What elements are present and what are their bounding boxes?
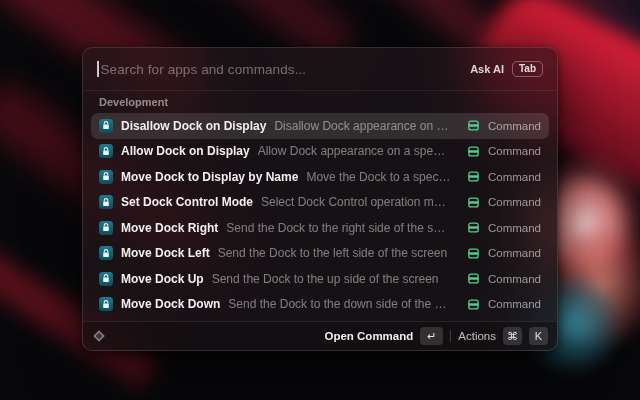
item-subtitle: Disallow Dock appearance on a specific d…: [274, 119, 451, 133]
search-bar: Search for apps and commands... Ask AI T…: [83, 48, 557, 91]
dock-lock-app-icon: [99, 246, 113, 260]
launcher-window: Search for apps and commands... Ask AI T…: [82, 47, 558, 351]
actions-label: Actions: [458, 330, 496, 342]
item-title: Disallow Dock on Display: [121, 119, 266, 133]
open-command-button[interactable]: Open Command ↵: [324, 327, 443, 345]
command-type-icon: [467, 298, 480, 311]
list-item[interactable]: Move Dock Down Send the Dock to the down…: [91, 292, 549, 318]
item-subtitle: Move the Dock to a specific display by N…: [306, 170, 451, 184]
list-item[interactable]: Disallow Dock on Display Disallow Dock a…: [91, 113, 549, 139]
dock-lock-app-icon: [99, 221, 113, 235]
ask-ai-button[interactable]: Ask AI: [470, 63, 504, 75]
open-command-label: Open Command: [324, 330, 413, 342]
item-subtitle: Select Dock Control operation mode: [261, 195, 451, 209]
item-subtitle: Send the Dock to the up side of the scre…: [212, 272, 439, 286]
item-type-label: Command: [488, 120, 541, 132]
command-type-icon: [467, 170, 480, 183]
command-type-icon: [467, 196, 480, 209]
action-bar: Open Command ↵ Actions ⌘ K: [83, 321, 557, 350]
search-input[interactable]: Search for apps and commands...: [101, 62, 307, 77]
item-subtitle: Send the Dock to the left side of the sc…: [218, 246, 447, 260]
list-item[interactable]: Set Dock Control Mode Select Dock Contro…: [91, 190, 549, 216]
actions-button[interactable]: Actions ⌘ K: [458, 327, 548, 345]
command-type-icon: [467, 247, 480, 260]
list-item[interactable]: Move Dock Right Send the Dock to the rig…: [91, 215, 549, 241]
return-keycap: ↵: [420, 327, 443, 345]
item-type-label: Command: [488, 298, 541, 310]
k-keycap: K: [529, 327, 548, 345]
item-title: Move Dock Down: [121, 297, 220, 311]
raycast-logo-icon: [92, 329, 106, 343]
item-type-label: Command: [488, 196, 541, 208]
item-title: Move Dock to Display by Name: [121, 170, 298, 184]
list-item[interactable]: Move Dock to Display by Name Move the Do…: [91, 164, 549, 190]
command-type-icon: [467, 119, 480, 132]
dock-lock-app-icon: [99, 119, 113, 133]
cmd-keycap: ⌘: [503, 327, 522, 345]
item-title: Set Dock Control Mode: [121, 195, 253, 209]
item-type-label: Command: [488, 171, 541, 183]
command-type-icon: [467, 145, 480, 158]
item-subtitle: Allow Dock appearance on a specific disp…: [258, 144, 451, 158]
dock-lock-app-icon: [99, 144, 113, 158]
text-caret: [97, 61, 99, 77]
section-header-development: Development: [99, 96, 549, 109]
item-title: Move Dock Up: [121, 272, 204, 286]
tab-keycap: Tab: [512, 61, 543, 78]
list-item[interactable]: Move Dock Up Send the Dock to the up sid…: [91, 266, 549, 292]
dock-lock-app-icon: [99, 195, 113, 209]
list-item[interactable]: Allow Dock on Display Allow Dock appeara…: [91, 139, 549, 165]
command-type-icon: [467, 272, 480, 285]
item-subtitle: Send the Dock to the down side of the sc…: [228, 297, 451, 311]
dock-lock-app-icon: [99, 170, 113, 184]
command-type-icon: [467, 221, 480, 234]
item-type-label: Command: [488, 222, 541, 234]
dock-lock-app-icon: [99, 297, 113, 311]
item-subtitle: Send the Dock to the right side of the s…: [226, 221, 451, 235]
footer-divider: [450, 330, 451, 342]
item-type-label: Command: [488, 273, 541, 285]
item-title: Move Dock Right: [121, 221, 218, 235]
list-item[interactable]: Move Dock Left Send the Dock to the left…: [91, 241, 549, 267]
dock-lock-app-icon: [99, 272, 113, 286]
results-list: Development Disallow Dock on Display Dis…: [83, 91, 557, 321]
item-title: Move Dock Left: [121, 246, 210, 260]
item-type-label: Command: [488, 247, 541, 259]
item-title: Allow Dock on Display: [121, 144, 250, 158]
item-type-label: Command: [488, 145, 541, 157]
